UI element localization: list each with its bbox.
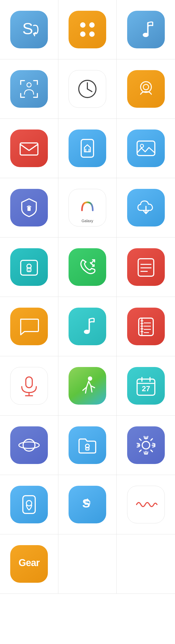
- music2-icon[interactable]: [69, 308, 106, 345]
- row-5: [0, 238, 175, 297]
- my-files-icon[interactable]: [69, 129, 106, 167]
- memo-icon[interactable]: [127, 308, 165, 345]
- row-10: Gear: [0, 534, 175, 594]
- swype-icon[interactable]: S: [10, 11, 48, 48]
- svg-rect-13: [37, 93, 38, 98]
- email-icon[interactable]: [10, 129, 48, 167]
- calendar-icon[interactable]: 27: [127, 367, 165, 405]
- svg-rect-7: [20, 80, 21, 85]
- svg-text:27: 27: [142, 384, 150, 393]
- cell-secure-wifi[interactable]: [0, 178, 58, 237]
- svg-text:S: S: [82, 497, 90, 510]
- cell-smart-switch[interactable]: [117, 178, 175, 237]
- cell-samsung-internet[interactable]: [0, 416, 58, 475]
- clock-icon[interactable]: [69, 70, 106, 108]
- svg-rect-21: [81, 139, 94, 157]
- samsung-notes-icon[interactable]: [127, 248, 165, 286]
- row-3: [0, 119, 175, 178]
- bixby2-icon[interactable]: [127, 70, 165, 108]
- cell-music-note[interactable]: [117, 0, 175, 59]
- cell-messages[interactable]: [0, 297, 58, 356]
- secure-folder-icon[interactable]: [10, 248, 48, 286]
- row-6: [0, 297, 175, 356]
- cell-smart-home[interactable]: S: [58, 475, 117, 534]
- svg-point-53: [88, 376, 92, 381]
- apps-edge-icon[interactable]: [69, 11, 106, 48]
- cell-galaxy[interactable]: Galaxy: [58, 178, 117, 237]
- svg-point-14: [27, 83, 31, 87]
- svg-point-2: [89, 22, 95, 28]
- svg-point-3: [80, 31, 85, 37]
- cell-email[interactable]: [0, 119, 58, 178]
- cell-music[interactable]: [58, 297, 117, 356]
- bixby-vision-icon[interactable]: [10, 70, 48, 108]
- svg-rect-50: [26, 377, 32, 388]
- svg-rect-20: [20, 143, 38, 155]
- cell-swype[interactable]: S: [0, 0, 58, 59]
- voice-recorder-icon[interactable]: [10, 367, 48, 405]
- cell-bixby2[interactable]: [117, 59, 175, 118]
- svg-rect-64: [23, 496, 35, 513]
- phone-icon[interactable]: [69, 248, 106, 286]
- svg-text:Gear: Gear: [19, 557, 40, 568]
- svg-point-63: [142, 441, 150, 449]
- svg-point-38: [84, 330, 90, 334]
- cell-secure-folder[interactable]: [0, 238, 58, 297]
- gear-icon[interactable]: Gear: [10, 545, 48, 583]
- sound-assistant-icon[interactable]: [127, 486, 165, 523]
- cell-apps-edge[interactable]: [58, 0, 117, 59]
- row-4: Galaxy: [0, 178, 175, 238]
- cell-sound-assistant[interactable]: [117, 475, 175, 534]
- cell-samsung-health[interactable]: [58, 356, 117, 415]
- svg-point-60: [19, 442, 39, 448]
- cell-phone[interactable]: [58, 238, 117, 297]
- svg-line-33: [90, 262, 94, 266]
- svg-point-65: [26, 501, 32, 506]
- cell-gallery[interactable]: [117, 119, 175, 178]
- galaxy-icon[interactable]: Galaxy: [69, 189, 106, 226]
- svg-rect-11: [20, 93, 21, 98]
- row-9: S: [0, 475, 175, 534]
- secure-folder-2-icon[interactable]: [69, 426, 106, 464]
- cell-my-files[interactable]: [58, 119, 117, 178]
- samsung-internet-icon[interactable]: [10, 426, 48, 464]
- cell-bixby-vision[interactable]: [0, 59, 58, 118]
- find-my-mobile-icon[interactable]: [10, 486, 48, 523]
- music-note-icon[interactable]: [127, 11, 165, 48]
- messages-icon[interactable]: [10, 308, 48, 345]
- svg-line-17: [87, 89, 92, 92]
- svg-rect-9: [37, 80, 38, 85]
- cell-settings[interactable]: [117, 416, 175, 475]
- row-7: 27: [0, 356, 175, 416]
- svg-rect-62: [86, 447, 89, 450]
- svg-point-18: [141, 82, 151, 92]
- cell-empty-2: [117, 534, 175, 593]
- svg-point-1: [80, 22, 85, 28]
- svg-point-4: [89, 31, 95, 37]
- row-8: [0, 416, 175, 475]
- cell-gear[interactable]: Gear: [0, 534, 58, 593]
- cell-empty-1: [58, 534, 117, 593]
- cell-secure-folder-2[interactable]: [58, 416, 117, 475]
- svg-rect-27: [27, 208, 31, 211]
- smart-home-icon[interactable]: S: [69, 486, 106, 523]
- row-2: [0, 59, 175, 119]
- row-1: S: [0, 0, 175, 59]
- cell-calendar[interactable]: 27: [117, 356, 175, 415]
- svg-point-25: [140, 144, 144, 147]
- svg-point-59: [23, 439, 35, 451]
- cell-voice-recorder[interactable]: [0, 356, 58, 415]
- settings-icon[interactable]: [127, 426, 165, 464]
- smart-switch-icon[interactable]: [127, 189, 165, 226]
- svg-text:S: S: [22, 20, 33, 38]
- secure-wifi-icon[interactable]: [10, 189, 48, 226]
- cell-memo[interactable]: [117, 297, 175, 356]
- svg-point-5: [143, 33, 149, 37]
- svg-rect-24: [137, 141, 155, 156]
- samsung-health-icon[interactable]: [69, 367, 106, 405]
- gallery-icon[interactable]: [127, 129, 165, 167]
- cell-samsung-notes[interactable]: [117, 238, 175, 297]
- cell-find-my-mobile[interactable]: [0, 475, 58, 534]
- svg-point-19: [143, 84, 149, 90]
- cell-clock[interactable]: [58, 59, 117, 118]
